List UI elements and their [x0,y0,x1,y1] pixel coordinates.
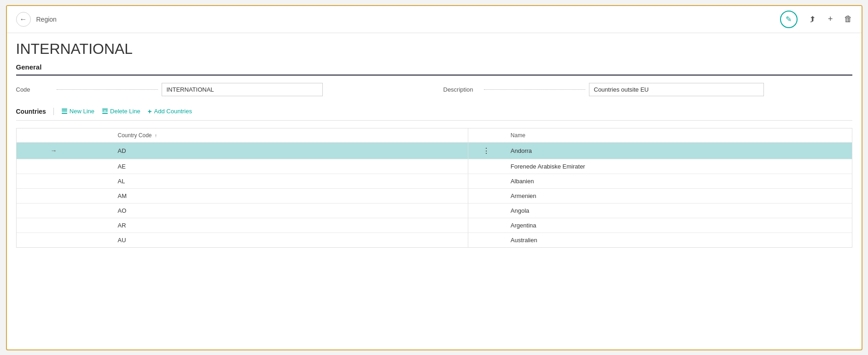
row-dots-menu [468,159,505,174]
share-button[interactable]: ⮭ [809,14,817,24]
header-left: ← Region [16,12,57,27]
country-code-cell: AR [63,218,468,233]
delete-line-icon: ☲ [102,107,108,116]
table-row[interactable]: AR Argentina [17,218,852,233]
description-label: Description [443,86,480,93]
country-name-cell: Armenien [505,188,852,203]
country-name-cell: Argentina [505,218,852,233]
country-code-cell: AO [63,203,468,218]
content-area: General Code Description Countries ☰ New… [7,63,862,349]
new-line-icon: ☰ [61,107,67,116]
code-dots [57,89,158,90]
name-col-header: Name [505,128,852,143]
table-row[interactable]: AL Albanien [17,174,852,188]
table-header-row: Country Code ↑ Name [17,128,852,143]
description-input[interactable] [589,83,764,96]
country-name-cell: Angola [505,203,852,218]
table-row[interactable]: → AD ⋮ Andorra [17,142,852,159]
row-dots-menu [468,174,505,188]
row-arrow [17,218,63,233]
new-line-label: New Line [70,108,94,115]
edit-icon: ✎ [786,15,792,23]
country-code-cell: AE [63,159,468,174]
code-label: Code [16,86,53,93]
dots-col-header [468,128,505,143]
edit-button[interactable]: ✎ [780,11,798,28]
countries-table-wrapper: Country Code ↑ Name → AD [16,128,852,248]
row-arrow [17,203,63,218]
row-dots-menu [468,218,505,233]
table-row[interactable]: AM Armenien [17,188,852,203]
arrow-col-header [17,128,63,143]
delete-line-label: Delete Line [110,108,140,115]
country-name-cell: Andorra [505,142,852,159]
form-row: Code Description [16,83,852,96]
main-window: ← Region ✎ ⮭ + 🗑 INTERNATIONAL General [6,5,862,350]
new-line-button[interactable]: ☰ New Line [61,107,94,116]
country-code-cell: AU [63,233,468,247]
delete-line-button[interactable]: ☲ Delete Line [102,107,140,116]
countries-section: Countries ☰ New Line ☲ Delete Line + Add… [16,107,852,248]
table-row[interactable]: AE Forenede Arabiske Emirater [17,159,852,174]
row-arrow [17,159,63,174]
countries-table: Country Code ↑ Name → AD [17,128,852,247]
row-arrow [17,233,63,247]
row-dots-menu [468,203,505,218]
country-code-cell: AD [63,142,468,159]
country-code-col-header: Country Code ↑ [63,128,468,143]
back-button[interactable]: ← [16,12,31,27]
description-field: Description [443,83,852,96]
countries-header: Countries ☰ New Line ☲ Delete Line + Add… [16,107,852,121]
header: ← Region ✎ ⮭ + 🗑 [7,6,862,33]
country-name-cell: Forenede Arabiske Emirater [505,159,852,174]
description-dots [484,89,585,90]
header-actions: ✎ ⮭ + 🗑 [780,11,852,28]
countries-section-title: Countries [16,108,54,115]
share-icon: ⮭ [809,14,817,24]
country-code-cell: AM [63,188,468,203]
page-title: INTERNATIONAL [7,33,862,63]
row-arrow [17,174,63,188]
country-code-cell: AL [63,174,468,188]
add-countries-icon: + [148,107,152,115]
breadcrumb: Region [36,16,57,23]
row-arrow: → [17,142,63,159]
code-field: Code [16,83,425,96]
row-dots-menu [468,188,505,203]
general-section-title: General [16,63,852,76]
row-arrow [17,188,63,203]
row-dots-menu [468,233,505,247]
trash-icon: 🗑 [844,14,852,24]
plus-icon: + [828,14,833,24]
add-countries-label: Add Countries [154,108,192,115]
row-dots-menu[interactable]: ⋮ [468,142,505,159]
code-input[interactable] [162,83,323,96]
add-button[interactable]: + [828,14,833,24]
country-name-cell: Albanien [505,174,852,188]
table-row[interactable]: AO Angola [17,203,852,218]
sort-arrow: ↑ [155,133,157,138]
back-icon: ← [20,15,27,23]
table-row[interactable]: AU Australien [17,233,852,247]
country-name-cell: Australien [505,233,852,247]
delete-button[interactable]: 🗑 [844,14,852,24]
add-countries-button[interactable]: + Add Countries [148,107,192,115]
